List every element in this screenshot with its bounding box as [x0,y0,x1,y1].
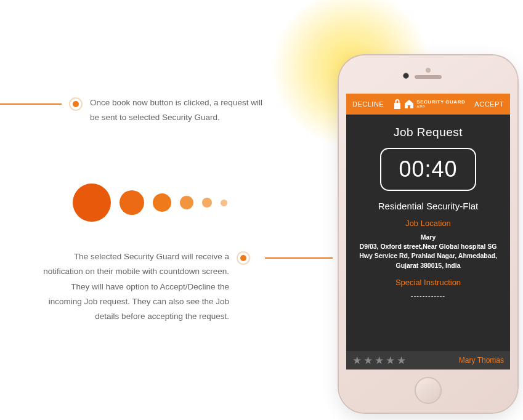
bullet-marker [69,97,83,111]
callout-text-top: Once book now button is clicked, a reque… [90,95,271,126]
phone-home-button[interactable] [415,377,442,404]
address-block: Mary D9/03, Oxford street,Near Global ho… [354,233,503,270]
star-icon: ★ [375,355,384,366]
phone-sensor [426,68,431,73]
job-request-content: Job Request 00:40 Residential Security-F… [346,115,510,351]
location-heading: Job Location [405,219,451,228]
star-icon: ★ [386,355,395,366]
app-logo: SECURITY GUARD APP [393,99,465,109]
phone-screen: DECLINE SECURITY GUARD APP ACCEPT Job Re… [346,94,510,370]
star-icon: ★ [352,355,362,366]
lock-icon [393,99,402,109]
connector-line [0,103,62,105]
dot-2 [120,190,144,215]
loading-dots-decoration [73,184,227,222]
phone-speaker [415,75,442,79]
house-icon [404,99,414,109]
star-icon: ★ [363,355,373,366]
phone-mockup: DECLINE SECURITY GUARD APP ACCEPT Job Re… [339,55,517,413]
callout-top: Once book now button is clicked, a reque… [0,95,271,126]
dot-6 [221,200,227,206]
callout-text-bottom: The selected Security Guard will receive… [37,249,229,324]
accept-button[interactable]: ACCEPT [474,100,504,108]
instruction-heading: Special Instruction [395,278,461,287]
dot-5 [202,198,212,208]
job-type: Residential Security-Flat [378,201,479,211]
phone-camera [403,73,409,79]
decline-button[interactable]: DECLINE [352,100,384,108]
dot-4 [180,196,193,209]
rating-stars[interactable]: ★ ★ ★ ★ ★ [352,355,406,366]
screen-footer: ★ ★ ★ ★ ★ Mary Thomas [346,351,510,370]
instruction-value: ------------ [411,292,445,299]
dot-3 [153,193,171,212]
connector-line [265,257,333,259]
logo-line1: SECURITY GUARD [416,100,465,105]
requester-name: Mary Thomas [459,356,504,365]
address-text: D9/03, Oxford street,Near Global hospita… [354,242,503,270]
screen-title: Job Request [394,126,463,139]
dot-1 [73,184,111,222]
callout-bottom: The selected Security Guard will receive… [0,249,333,324]
logo-line2: APP [416,105,465,108]
star-icon: ★ [397,355,406,366]
countdown-timer: 00:40 [380,148,476,191]
customer-name: Mary [354,233,503,242]
app-topbar: DECLINE SECURITY GUARD APP ACCEPT [346,94,510,115]
logo-text: SECURITY GUARD APP [416,100,465,108]
bullet-marker [237,251,250,265]
